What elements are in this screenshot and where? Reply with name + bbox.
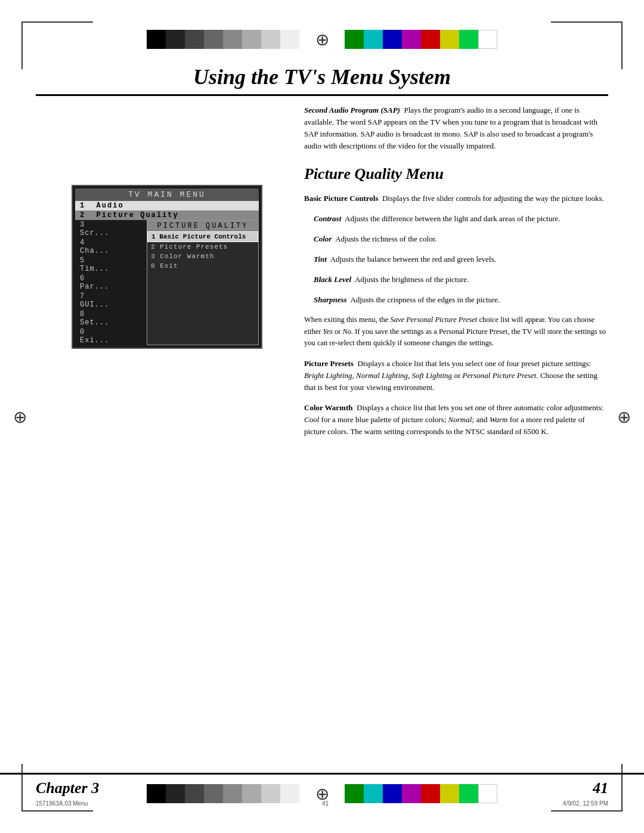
swatch-magenta: [402, 30, 421, 49]
pq-item-warmth: 3 Color Warmth: [147, 252, 258, 261]
crosshair-right-icon: ⊕: [617, 407, 631, 426]
contrast-body: Adjusts the difference between the light…: [345, 214, 560, 223]
tv-menu-item-6: 6 Par...: [75, 274, 111, 292]
indent-contrast: Contrast Adjusts the difference between …: [314, 213, 608, 306]
right-content-area: Second Audio Program (SAP) Plays the pro…: [304, 104, 608, 446]
presets-label: Picture Presets: [304, 359, 354, 368]
swatch-yellow: [440, 30, 459, 49]
footer-page-center: 41: [322, 800, 329, 807]
swatch-gray1: [204, 30, 223, 49]
swatch-nearwhite: [280, 30, 299, 49]
warmth-block: Color Warmth Displays a choice list that…: [304, 402, 608, 438]
tv-menu-item-audio: 1 Audio: [75, 201, 259, 210]
basic-controls-label: Basic Picture Controls: [304, 194, 378, 203]
save-note-block: When exiting this menu, the Save Persona…: [304, 314, 608, 349]
warmth-label: Color Warmth: [304, 403, 353, 412]
swatch-blue: [383, 30, 402, 49]
menu-items-left: 3 Scr... 4 Cha... 5 Tim... 6 Par... 7 GU…: [75, 220, 111, 345]
contrast-block: Contrast Adjusts the difference between …: [314, 213, 608, 225]
footer: Chapter 3 41: [0, 773, 644, 797]
swatch-red: [421, 30, 440, 49]
presets-block: Picture Presets Displays a choice list t…: [304, 358, 608, 394]
sap-heading: Second Audio Program (SAP): [304, 106, 400, 114]
tint-body: Adjusts the balance between the red and …: [330, 255, 496, 264]
crosshair-left-icon: ⊕: [13, 407, 27, 426]
swatch-brightgreen: [459, 30, 478, 49]
tv-menu-box: TV MAIN MENU 1 Audio 2 Picture Quality 3…: [72, 185, 262, 349]
swatch-cyan: [364, 30, 383, 49]
color-bar-top: ⊕: [0, 29, 644, 50]
save-note-text: When exiting this menu, the Save Persona…: [304, 315, 606, 347]
sap-paragraph: Second Audio Program (SAP) Plays the pro…: [304, 104, 608, 153]
swatch-lightgray1: [242, 30, 261, 49]
sharpness-body: Adjusts the crispness of the edges in th…: [350, 295, 500, 304]
contrast-label: Contrast: [314, 214, 341, 223]
tv-menu-item-5: 5 Tim...: [75, 256, 111, 274]
swatch-darkgray2: [185, 30, 204, 49]
swatch-lightgray2: [261, 30, 280, 49]
tv-menu-item-4: 4 Cha...: [75, 238, 111, 256]
pq-item-presets: 2 Picture Presets: [147, 242, 258, 252]
swatch-green: [345, 30, 364, 49]
color-label: Color: [314, 234, 332, 243]
footer-fine-print: 1571963A.03 Menu 41 4/9/02, 12:59 PM: [0, 800, 644, 807]
section-heading: Picture Quality Menu: [304, 162, 608, 185]
color-bar-right-swatches: [345, 30, 497, 49]
crosshair-top-icon: ⊕: [311, 29, 333, 50]
tv-menu-item-3: 3 Scr...: [75, 220, 111, 238]
tv-menu-item-8: 8 Set...: [75, 309, 111, 327]
swatch-darkgray1: [166, 30, 185, 49]
footer-chapter: Chapter 3: [36, 775, 99, 797]
swatch-black: [147, 30, 166, 49]
color-bar-left-swatches: [147, 30, 299, 49]
sharpness-label: Sharpness: [314, 295, 347, 304]
tint-label: Tint: [314, 255, 327, 264]
tv-menu-header: TV MAIN MENU: [75, 188, 259, 201]
footer-date: 4/9/02, 12:59 PM: [563, 800, 608, 807]
color-body: Adjusts the richness of the color.: [335, 234, 436, 243]
basic-controls-block: Basic Picture Controls Displays the five…: [304, 193, 608, 205]
sap-section: Second Audio Program (SAP) Plays the pro…: [304, 104, 608, 153]
color-block: Color Adjusts the richness of the color.: [314, 233, 608, 245]
pq-item-basic: 1 Basic Picture Controls: [147, 231, 258, 242]
footer-doc-id: 1571963A.03 Menu: [36, 800, 88, 807]
blacklevel-block: Black Level Adjusts the brightness of th…: [314, 274, 608, 286]
sharpness-block: Sharpness Adjusts the crispness of the e…: [314, 294, 608, 306]
picture-quality-submenu: PICTURE QUALITY 1 Basic Picture Controls…: [147, 220, 259, 345]
swatch-white: [478, 30, 497, 49]
tv-menu-item-7: 7 GUI...: [75, 292, 111, 309]
swatch-gray2: [223, 30, 242, 49]
footer-chapter-number: 3: [91, 779, 99, 797]
tint-block: Tint Adjusts the balance between the red…: [314, 253, 608, 265]
tv-menu-area: TV MAIN MENU 1 Audio 2 Picture Quality 3…: [36, 185, 298, 349]
tv-menu-item-picture-quality: 2 Picture Quality: [75, 210, 259, 220]
footer-chapter-label: Chapter: [36, 779, 88, 797]
pq-submenu-header: PICTURE QUALITY: [147, 221, 258, 231]
blacklevel-body: Adjusts the brightness of the picture.: [355, 275, 469, 284]
submenu-row: 3 Scr... 4 Cha... 5 Tim... 6 Par... 7 GU…: [75, 220, 259, 345]
page-title: Using the TV's Menu System: [36, 64, 608, 96]
basic-controls-body: Displays the five slider controls for ad…: [382, 194, 604, 203]
pq-item-exit: 0 Exit: [147, 261, 258, 271]
tv-menu-item-0: 0 Exi...: [75, 327, 111, 345]
blacklevel-label: Black Level: [314, 275, 351, 284]
footer-page-number: 41: [593, 775, 608, 797]
